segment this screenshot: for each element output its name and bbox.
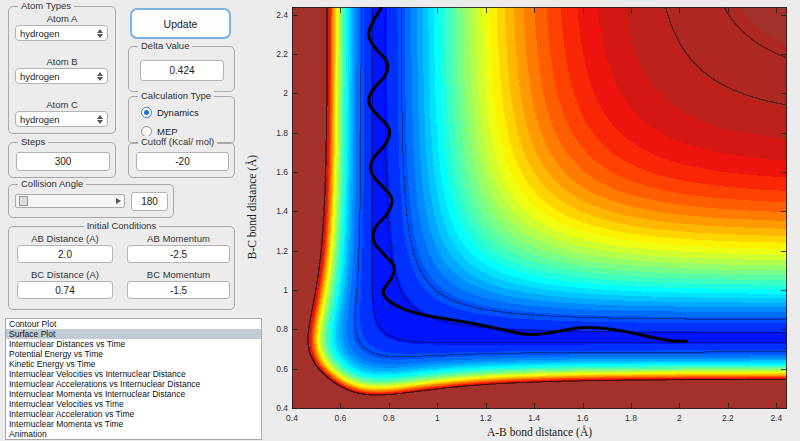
y-tick-label: 0.4 [260,403,288,413]
delta-value-group: Delta Value [128,46,235,92]
initial-conditions-group: Initial Conditions AB Distance (A)AB Mom… [8,226,235,310]
combo-selected-value: hydrogen [20,114,60,125]
bc-momentum-label: BC Momentum [127,269,230,280]
atom-a-select[interactable]: hydrogen [15,25,108,41]
y-tick-label: 1 [260,285,288,295]
radio-dynamics[interactable]: Dynamics [141,107,199,118]
chevron-updown-icon [97,115,103,124]
list-item[interactable]: Internuclear Momenta vs Internuclear Dis… [6,389,261,399]
delta-value-group-label: Delta Value [138,40,192,51]
pes-contour-plot [292,7,787,409]
x-tick-label: 1.8 [618,413,644,423]
y-tick-label: 1.2 [260,246,288,256]
cutoff-group-label: Cutoff (Kcal/ mol) [138,136,217,147]
list-item[interactable]: Contour Plot [6,319,261,329]
steps-group: Steps [8,142,116,178]
update-button[interactable]: Update [130,8,231,39]
atom-b-select[interactable]: hydrogen [15,68,108,84]
list-item[interactable]: Internuclear Velocities vs Internuclear … [6,369,261,379]
bc-distance-a-label: BC Distance (A) [17,269,113,280]
collision-angle-input[interactable] [131,192,168,211]
radio-label: Dynamics [157,107,199,118]
y-tick-label: 2.4 [260,10,288,20]
ab-momentum-input[interactable] [127,245,230,263]
x-axis-label: A-B bond distance (Å) [292,426,787,438]
atom-a-label: Atom A [9,13,115,24]
combo-selected-value: hydrogen [20,28,60,39]
x-tick-label: 2.2 [715,413,741,423]
x-tick-label: 0.4 [279,413,305,423]
plot-type-listbox[interactable]: Contour PlotSurface PlotInternuclear Dis… [5,318,262,440]
x-tick-label: 0.8 [376,413,402,423]
ab-momentum-label: AB Momentum [127,233,230,244]
combo-selected-value: hydrogen [20,71,60,82]
y-tick-label: 2.2 [260,49,288,59]
list-item[interactable]: Internuclear Distances vs Time [6,339,261,349]
calculation-type-group-label: Calculation Type [138,90,214,101]
list-item[interactable]: Kinetic Energy vs Time [6,359,261,369]
steps-group-label: Steps [18,136,48,147]
chevron-updown-icon [97,72,103,81]
list-item[interactable]: Internuclear Momenta vs Time [6,419,261,429]
atom-c-select[interactable]: hydrogen [15,111,108,127]
cutoff-input[interactable] [136,152,229,171]
collision-angle-group-label: Collision Angle [18,178,86,189]
radio-circle-icon [141,107,152,118]
list-item[interactable]: Potential Energy vs Time [6,349,261,359]
app-window: Atom Types Atom AhydrogenAtom BhydrogenA… [0,0,800,441]
ab-distance-a-label: AB Distance (A) [17,233,113,244]
y-tick-label: 1.4 [260,206,288,216]
ab-distance-a-input[interactable] [17,245,113,263]
x-tick-label: 1.4 [521,413,547,423]
list-item[interactable]: Animation [6,429,261,439]
x-tick-label: 2.4 [763,413,789,423]
slider-thumb[interactable] [19,196,28,206]
delta-value-input[interactable] [140,60,224,81]
initial-conditions-group-label: Initial Conditions [84,220,160,231]
y-tick-label: 1.8 [260,128,288,138]
atom-c-label: Atom C [9,99,115,110]
x-tick-label: 1.2 [473,413,499,423]
y-tick-label: 0.8 [260,324,288,334]
atom-types-group: Atom Types Atom AhydrogenAtom BhydrogenA… [8,6,116,134]
list-item[interactable]: Internuclear Velocities vs Time [6,399,261,409]
x-tick-label: 1.6 [570,413,596,423]
bc-momentum-input[interactable] [127,281,230,299]
y-tick-label: 1.6 [260,167,288,177]
x-tick-label: 2 [666,413,692,423]
chevron-updown-icon [97,29,103,38]
x-tick-label: 1 [424,413,450,423]
slider-right-arrow-icon[interactable] [116,198,121,204]
collision-angle-slider[interactable] [15,194,125,208]
y-tick-label: 0.6 [260,364,288,374]
steps-input[interactable] [16,152,110,171]
list-item[interactable]: Surface Plot [6,329,261,339]
bc-distance-a-input[interactable] [17,281,113,299]
list-item[interactable]: Internuclear Accelerations vs Internucle… [6,379,261,389]
atom-types-group-label: Atom Types [18,0,74,11]
list-item[interactable]: Internuclear Acceleration vs Time [6,409,261,419]
collision-angle-group: Collision Angle [8,184,174,218]
y-axis-label: B-C bond distance (Å) [246,107,258,307]
x-tick-label: 0.6 [327,413,353,423]
atom-b-label: Atom B [9,56,115,67]
y-tick-label: 2 [260,88,288,98]
cutoff-group: Cutoff (Kcal/ mol) [128,142,235,178]
